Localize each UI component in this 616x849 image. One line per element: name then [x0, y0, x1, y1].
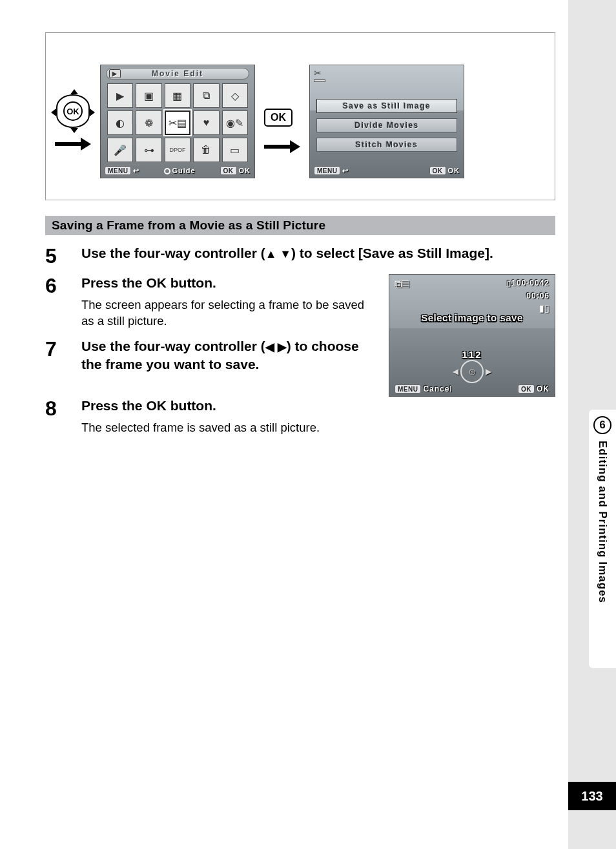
lcd1-icon-grid: ▶ ▣ ▦ ⧉ ◇ ◐ ❁ ✂▤ ♥ ◉✎ 🎤 ⊶ DPOF 🗑 ▭	[107, 83, 248, 162]
arrow-right-icon	[55, 140, 91, 149]
frame-lcd-ok: OKOK	[518, 384, 549, 394]
page-number: 133	[568, 782, 616, 810]
lcd1-footer-guide: Guide	[164, 167, 195, 174]
menu-back-icon: ↩	[133, 167, 139, 174]
up-down-arrows-icon: ▲ ▼	[265, 246, 291, 262]
grid-icon-rotate: ◇	[222, 83, 248, 108]
lcd-select-frame: ⧉▤ ▯100-0042 00:06 ▮▯ Select image to sa…	[389, 274, 555, 397]
steps-list: 5 Use the four-way controller (▲ ▼) to s…	[45, 244, 555, 436]
grid-icon-filter1: ◐	[107, 110, 133, 135]
grid-icon-dpof: DPOF	[165, 138, 190, 162]
top-diagram: OK ▶ Movie Edit ▶ ▣ ▦ ⧉ ◇ ◐ ❁ ✂▤ ♥ ◉✎ 🎤 …	[45, 32, 555, 200]
section-header: Saving a Frame from a Movie as a Still P…	[45, 216, 555, 235]
lcd-movie-edit-options: ✂ Save as Still Image Divide Movies Stit…	[309, 65, 464, 178]
step-8-number: 8	[45, 397, 77, 419]
controller-ok-label: OK	[63, 101, 83, 121]
ok-button-icon: OK	[264, 109, 293, 127]
lcd1-footer-menu: MENU↩	[105, 166, 139, 175]
step-6: 6 Press the OK button. The screen appear…	[45, 274, 376, 330]
grid-icon-copy: ⧉	[193, 83, 219, 108]
menu-badge: MENU	[105, 166, 131, 175]
dpad-icon: ◎	[460, 360, 484, 383]
chapter-number-circle: 6	[593, 416, 611, 434]
grid-icon-crop: ▣	[136, 83, 161, 108]
chapter-side-tab: 6 Editing and Printing Images	[589, 410, 616, 668]
grid-icon-favorite: ♥	[193, 110, 219, 135]
ok-badge-2: OK	[429, 166, 446, 175]
grid-icon-protect: ⊶	[136, 138, 161, 162]
ok-badge-3: OK	[518, 384, 535, 393]
ok-and-arrow-group: OK	[264, 92, 300, 151]
lcd2-footer-menu: MENU↩	[314, 166, 349, 175]
elapsed-time: 00:06	[526, 291, 549, 300]
lcd1-footer-ok: OKOK	[220, 166, 251, 175]
four-way-controller-icon: OK	[56, 94, 90, 128]
menu-back-icon-2: ↩	[342, 167, 349, 174]
frame-lcd-cancel: MENUCancel	[395, 384, 453, 394]
opt-divide-movies: Divide Movies	[316, 118, 457, 132]
left-right-arrows-icon: ◀ ▶	[265, 339, 287, 355]
step-8: 8 Press the OK button. The selected fram…	[45, 397, 555, 436]
grid-icon-start: ▭	[222, 138, 248, 162]
lcd2-footer-ok: OKOK	[429, 166, 460, 175]
steps-6-7-with-lcd: 6 Press the OK button. The screen appear…	[45, 274, 555, 397]
step-8-body: The selected frame is saved as a still p…	[81, 420, 555, 436]
guide-dot-icon	[164, 168, 170, 174]
movie-file-icon: ⧉▤	[395, 278, 409, 290]
select-image-prompt: Select image to save	[389, 312, 555, 323]
arrow-right-icon-2	[264, 142, 300, 151]
lcd1-title: Movie Edit	[152, 69, 203, 78]
step-5: 5 Use the four-way controller (▲ ▼) to s…	[45, 244, 555, 266]
lcd2-footer: MENU↩ OKOK	[314, 165, 460, 176]
lcd-movie-edit-menu: ▶ Movie Edit ▶ ▣ ▦ ⧉ ◇ ◐ ❁ ✂▤ ♥ ◉✎ 🎤 ⊶ D…	[100, 65, 255, 178]
file-number: ▯100-0042	[507, 278, 549, 288]
menu-badge-3: MENU	[395, 384, 421, 393]
step-7-number: 7	[45, 337, 77, 359]
grid-icon-frame: ▦	[165, 83, 190, 108]
chapter-title-vertical: Editing and Printing Images	[596, 441, 609, 603]
playback-mode-icon: ▶	[109, 69, 121, 78]
grid-icon-redeye: ◉✎	[222, 110, 248, 135]
grid-icon-voice: 🎤	[107, 138, 133, 162]
step-6-body: The screen appears for selecting a frame…	[81, 297, 376, 330]
grid-icon-playback: ▶	[107, 83, 133, 108]
frame-number: 112	[389, 349, 555, 360]
grid-icon-trash: 🗑	[193, 138, 219, 162]
lcd1-titlebar: ▶ Movie Edit	[106, 68, 249, 79]
lcd1-footer: MENU↩ Guide OKOK	[105, 165, 251, 176]
movie-edit-mode-icon: ✂	[314, 68, 331, 82]
menu-badge-2: MENU	[314, 166, 340, 175]
opt-save-as-still: Save as Still Image	[316, 99, 457, 113]
controller-arrow-group: OK	[55, 94, 91, 149]
step-7-title: Use the four-way controller (◀ ▶) to cho…	[81, 337, 376, 374]
ok-badge: OK	[220, 166, 237, 175]
grid-icon-filter2: ❁	[136, 110, 161, 135]
page-content: OK ▶ Movie Edit ▶ ▣ ▦ ⧉ ◇ ◐ ❁ ✂▤ ♥ ◉✎ 🎤 …	[0, 0, 568, 840]
step-7: 7 Use the four-way controller (◀ ▶) to c…	[45, 337, 376, 374]
frame-lcd-footer: MENUCancel OKOK	[395, 384, 549, 394]
right-margin-strip: 6 Editing and Printing Images 133	[568, 0, 616, 849]
step-6-title: Press the OK button.	[81, 274, 376, 292]
step-5-number: 5	[45, 244, 77, 266]
opt-stitch-movies: Stitch Movies	[316, 138, 457, 152]
step-8-title: Press the OK button.	[81, 397, 555, 415]
grid-icon-movie-edit: ✂▤	[165, 110, 190, 135]
step-5-title: Use the four-way controller (▲ ▼) to sel…	[81, 244, 555, 262]
step-6-number: 6	[45, 274, 77, 296]
